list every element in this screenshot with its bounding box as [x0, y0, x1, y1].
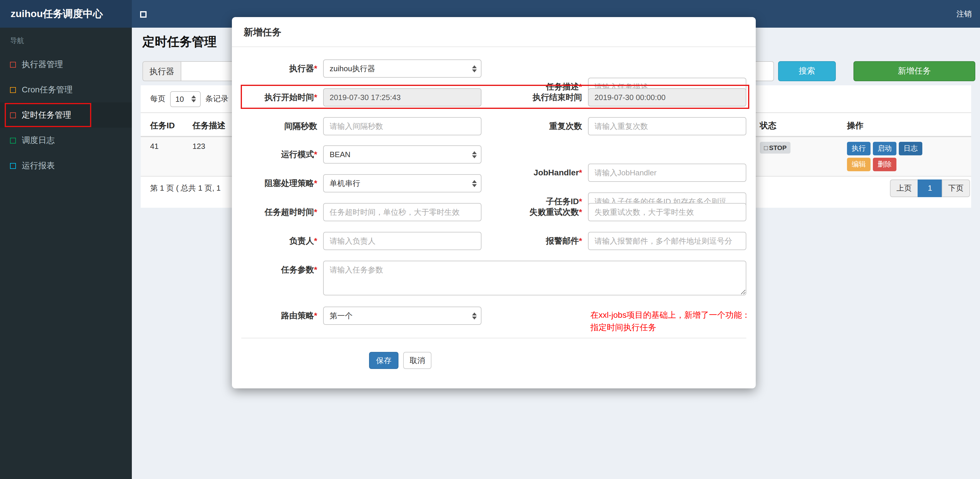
- route-strategy-label: 路由策略*: [232, 307, 317, 325]
- timeout-label: 任务超时时间*: [232, 203, 317, 221]
- select-arrows-icon: [472, 180, 477, 187]
- end-time-input[interactable]: [588, 88, 746, 107]
- required-star: *: [314, 150, 317, 159]
- interval-seconds-input[interactable]: [323, 117, 482, 135]
- sidebar-item-label: 运行报表: [22, 160, 55, 171]
- brand-logo[interactable]: zuihou任务调度中心: [0, 0, 132, 28]
- route-strategy-select-value: 第一个: [329, 310, 353, 321]
- per-page-select-value: 10: [175, 94, 184, 103]
- sidebar-item-label: 执行器管理: [22, 59, 63, 70]
- feature-note-line2: 指定时间执行任务: [590, 321, 750, 334]
- executor-label: 执行器*: [232, 59, 317, 78]
- form-row: 任务超时时间* 失败重试次数*: [232, 203, 756, 221]
- required-star: *: [314, 178, 317, 188]
- sidebar-item-executor-manage[interactable]: 执行器管理: [0, 52, 132, 77]
- repeat-count-input[interactable]: [588, 117, 746, 135]
- per-page-suffix: 条记录: [205, 94, 228, 104]
- current-page-button[interactable]: 1: [918, 180, 942, 197]
- run-mode-select[interactable]: BEAN: [323, 145, 482, 164]
- run-mode-label: 运行模式*: [232, 145, 317, 164]
- square-outline-icon: [10, 112, 16, 118]
- timeout-input[interactable]: [323, 203, 482, 221]
- executor-filter-label: 执行器: [142, 61, 181, 81]
- block-strategy-label: 阻塞处理策略*: [232, 174, 317, 193]
- route-strategy-select[interactable]: 第一个: [323, 307, 482, 325]
- per-page-select[interactable]: 10: [170, 91, 201, 107]
- per-page-label: 每页: [150, 94, 165, 104]
- required-star: *: [314, 236, 317, 245]
- form-row: 间隔秒数 重复次数: [232, 117, 756, 135]
- required-star: *: [579, 236, 582, 245]
- end-time-label: 执行结束时间: [479, 88, 582, 107]
- search-button[interactable]: 搜索: [778, 61, 836, 81]
- sidebar-toggle[interactable]: [140, 10, 150, 19]
- start-button[interactable]: 启动: [873, 142, 896, 155]
- sidebar-toggle-icon: [140, 11, 146, 18]
- start-time-label: 执行开始时间*: [232, 88, 317, 107]
- sidebar-item-cron-job[interactable]: Cron任务管理: [0, 77, 132, 102]
- owner-input[interactable]: [323, 232, 482, 250]
- start-time-input[interactable]: [323, 88, 482, 107]
- delete-button[interactable]: 删除: [873, 158, 896, 171]
- run-mode-select-value: BEAN: [329, 150, 350, 159]
- sidebar-item-run-report[interactable]: 运行报表: [0, 153, 132, 178]
- required-star: *: [314, 311, 317, 320]
- pagination-info: 第 1 页 ( 总共 1 页, 1: [150, 183, 221, 194]
- modal-header: 新增任务: [232, 17, 756, 47]
- prev-page-button[interactable]: 上页: [890, 180, 918, 197]
- per-page-control: 每页 10 条记录: [150, 90, 228, 108]
- sidebar-item-timed-job[interactable]: 定时任务管理: [0, 102, 132, 128]
- job-params-textarea[interactable]: [323, 261, 746, 295]
- block-strategy-select[interactable]: 单机串行: [323, 174, 482, 193]
- block-strategy-select-value: 单机串行: [329, 178, 360, 189]
- column-header-task-id: 任务ID: [150, 113, 192, 138]
- log-button[interactable]: 日志: [899, 142, 922, 155]
- sidebar-item-label: 定时任务管理: [22, 110, 71, 120]
- job-params-label: 任务参数*: [232, 261, 317, 279]
- alarm-email-label: 报警邮件*: [479, 232, 582, 250]
- required-star: *: [314, 92, 317, 102]
- page-title: 定时任务管理: [142, 33, 216, 50]
- executor-select[interactable]: zuihou执行器: [323, 59, 482, 78]
- column-header-status: 状态: [760, 113, 847, 138]
- select-arrows-icon: [472, 312, 477, 319]
- add-job-modal: 新增任务 执行器* zuihou执行器 任务描述* 执行开始时间* 执行结束时间…: [232, 17, 756, 388]
- sidebar-item-schedule-log[interactable]: 调度日志: [0, 128, 132, 153]
- repeat-count-label: 重复次数: [479, 117, 582, 135]
- edit-button[interactable]: 编辑: [847, 158, 870, 171]
- app-root: zuihou任务调度中心 注销 导航 执行器管理 Cron任务管理 定时任务管理…: [0, 0, 980, 479]
- interval-seconds-label: 间隔秒数: [232, 117, 317, 135]
- status-badge: □ STOP: [760, 142, 791, 154]
- cancel-button[interactable]: 取消: [403, 352, 431, 369]
- required-star: *: [579, 207, 582, 216]
- modal-title: 新增任务: [244, 27, 282, 37]
- alarm-email-input[interactable]: [588, 232, 746, 250]
- pagination: 上页 1 下页: [890, 180, 970, 197]
- form-row: 运行模式* BEAN JobHandler*: [232, 145, 756, 164]
- select-arrows-icon: [472, 65, 477, 72]
- select-arrows-icon: [472, 151, 477, 158]
- run-button[interactable]: 执行: [847, 142, 870, 155]
- actions-cell: 执行 启动 日志 编辑 删除: [847, 142, 926, 171]
- fail-retry-input[interactable]: [588, 203, 746, 221]
- sidebar: 导航 执行器管理 Cron任务管理 定时任务管理 调度日志 运行报表: [0, 28, 132, 479]
- save-button[interactable]: 保存: [369, 352, 398, 369]
- form-row: 负责人* 报警邮件*: [232, 232, 756, 250]
- feature-note-text: 在xxl-jobs项目的基础上，新增了一个功能： 指定时间执行任务: [590, 309, 750, 334]
- form-row-highlighted: 执行开始时间* 执行结束时间: [232, 88, 756, 107]
- next-page-button[interactable]: 下页: [942, 180, 970, 197]
- feature-note-line1: 在xxl-jobs项目的基础上，新增了一个功能：: [590, 309, 750, 321]
- required-star: *: [314, 207, 317, 216]
- select-arrows-icon: [191, 95, 196, 102]
- form-row: 阻塞处理策略* 单机串行 子任务ID*: [232, 174, 756, 193]
- sidebar-nav-header: 导航: [0, 28, 132, 52]
- add-job-button[interactable]: 新增任务: [853, 61, 975, 81]
- stop-square-icon: □: [764, 144, 768, 151]
- modal-footer-divider: [241, 338, 746, 338]
- executor-select-value: zuihou执行器: [329, 63, 375, 74]
- status-text: STOP: [769, 144, 787, 151]
- logout-link[interactable]: 注销: [956, 0, 972, 28]
- sidebar-item-label: 调度日志: [22, 135, 55, 146]
- task-id-cell: 41: [150, 142, 192, 171]
- required-star: *: [314, 265, 317, 274]
